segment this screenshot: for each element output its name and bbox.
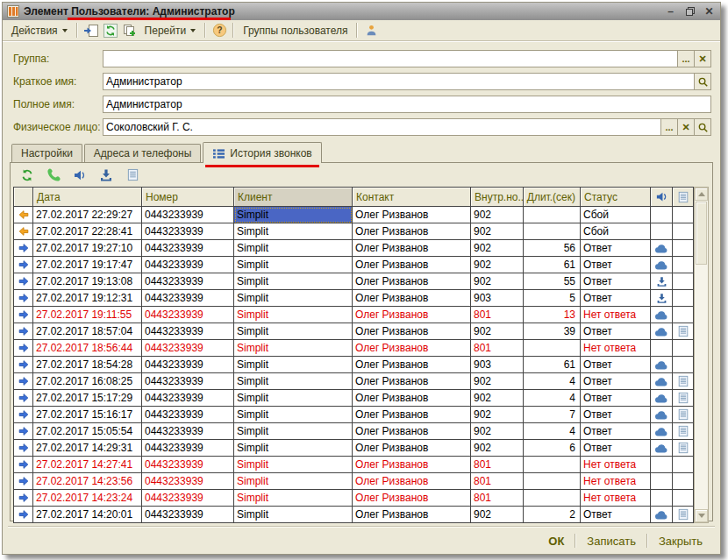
table-row[interactable]: 27.02.2017 19:12:310443233939SimplitОлег… [14, 290, 694, 307]
cell-internal-number[interactable]: 903 [471, 357, 524, 373]
user-button[interactable] [361, 22, 381, 39]
cell-contact[interactable]: Олег Ризванов [353, 457, 471, 473]
cell-duration[interactable]: 4 [524, 423, 581, 440]
table-row[interactable]: 27.02.2017 15:05:540443233939SimplitОлег… [14, 423, 694, 440]
cell-duration[interactable]: 61 [524, 257, 581, 273]
cell-client[interactable]: Simplit [234, 273, 353, 290]
cell-direction[interactable] [14, 390, 33, 407]
cell-log[interactable] [673, 357, 694, 373]
cell-client[interactable]: Simplit [234, 323, 353, 340]
cell-date[interactable]: 27.02.2017 22:28:41 [33, 223, 142, 240]
goto-button[interactable]: Перейти [139, 23, 202, 39]
scroll-up-button[interactable] [695, 188, 708, 201]
cell-contact[interactable]: Олег Ризванов [353, 323, 471, 340]
person-field[interactable] [103, 118, 661, 136]
cell-status[interactable]: Ответ [581, 407, 651, 423]
call-button[interactable] [45, 167, 62, 184]
cell-internal-number[interactable]: 801 [471, 340, 524, 357]
person-ellipsis-button[interactable]: ... [661, 118, 678, 136]
copy-add-button[interactable] [120, 22, 139, 39]
cell-audio[interactable] [651, 507, 673, 523]
cell-audio[interactable] [651, 257, 673, 273]
cell-audio[interactable] [651, 423, 673, 440]
table-row[interactable]: 27.02.2017 15:17:290443233939SimplitОлег… [14, 390, 694, 407]
cell-status[interactable]: Ответ [581, 357, 651, 373]
cell-audio[interactable] [651, 457, 673, 473]
cell-status[interactable]: Нет ответа [581, 307, 651, 323]
cell-direction[interactable] [14, 290, 33, 307]
tab-call-history[interactable]: История звонков [203, 142, 321, 163]
cell-contact[interactable]: Олег Ризванов [353, 307, 471, 323]
cell-log[interactable] [673, 223, 694, 240]
cell-duration[interactable] [524, 473, 581, 490]
scrollbar-thumb[interactable] [696, 202, 707, 265]
cell-number[interactable]: 0443233939 [142, 407, 234, 423]
cell-internal-number[interactable]: 902 [471, 240, 524, 257]
table-row[interactable]: 27.02.2017 19:17:470443233939SimplitОлег… [14, 257, 694, 273]
cell-date[interactable]: 27.02.2017 19:13:08 [33, 273, 142, 290]
cell-audio[interactable] [651, 273, 673, 290]
cell-internal-number[interactable]: 902 [471, 223, 524, 240]
cell-number[interactable]: 0443233939 [142, 307, 234, 323]
group-ellipsis-button[interactable]: ... [678, 50, 695, 67]
cell-status[interactable]: Ответ [581, 323, 651, 340]
table-row[interactable]: 27.02.2017 16:08:250443233939SimplitОлег… [14, 373, 694, 390]
cell-internal-number[interactable]: 902 [471, 390, 524, 407]
column-header-log[interactable] [673, 188, 694, 207]
cell-date[interactable]: 27.02.2017 14:29:31 [33, 440, 142, 457]
cell-status[interactable]: Сбой [581, 223, 651, 240]
cell-audio[interactable] [651, 373, 673, 390]
cell-audio[interactable] [651, 240, 673, 257]
cell-audio[interactable] [651, 440, 673, 457]
cell-log[interactable] [673, 373, 694, 390]
table-row[interactable]: 27.02.2017 22:29:270443233939SimplitОлег… [14, 207, 694, 223]
cell-direction[interactable] [14, 357, 33, 373]
cell-contact[interactable]: Олег Ризванов [353, 473, 471, 490]
cell-duration[interactable] [524, 457, 581, 473]
cell-internal-number[interactable]: 801 [471, 473, 524, 490]
ok-button[interactable]: ОК [538, 533, 575, 549]
cell-client[interactable]: Simplit [234, 423, 353, 440]
cell-number[interactable]: 0443233939 [142, 273, 234, 290]
cell-internal-number[interactable]: 902 [471, 407, 524, 423]
cell-duration[interactable]: 7 [524, 407, 581, 423]
cell-date[interactable]: 27.02.2017 18:57:04 [33, 323, 142, 340]
cell-direction[interactable] [14, 440, 33, 457]
cell-number[interactable]: 0443233939 [142, 390, 234, 407]
cell-direction[interactable] [14, 490, 33, 507]
cell-contact[interactable]: Олег Ризванов [353, 373, 471, 390]
cell-number[interactable]: 0443233939 [142, 507, 234, 523]
table-row[interactable]: 27.02.2017 22:28:410443233939SimplitОлег… [14, 223, 694, 240]
cell-log[interactable] [673, 473, 694, 490]
cell-status[interactable]: Ответ [581, 240, 651, 257]
column-header-internal[interactable]: Внутр.но... [471, 188, 524, 207]
person-magnify-button[interactable] [695, 118, 711, 136]
cell-client[interactable]: Simplit [234, 290, 353, 307]
open-log-button[interactable] [124, 167, 141, 184]
close-button-footer[interactable]: Закрыть [648, 533, 713, 549]
cell-number[interactable]: 0443233939 [142, 223, 234, 240]
cell-contact[interactable]: Олег Ризванов [353, 423, 471, 440]
cell-log[interactable] [673, 323, 694, 340]
cell-status[interactable]: Ответ [581, 423, 651, 440]
cell-client[interactable]: Simplit [234, 457, 353, 473]
cell-status[interactable]: Ответ [581, 390, 651, 407]
cell-log[interactable] [673, 340, 694, 357]
cell-status[interactable]: Нет ответа [581, 473, 651, 490]
cell-direction[interactable] [14, 307, 33, 323]
refresh-button[interactable] [101, 22, 120, 39]
cell-log[interactable] [673, 207, 694, 223]
cell-client[interactable]: Simplit [234, 223, 353, 240]
cell-number[interactable]: 0443233939 [142, 240, 234, 257]
cell-direction[interactable] [14, 507, 33, 523]
cell-client[interactable]: Simplit [234, 257, 353, 273]
table-row[interactable]: 27.02.2017 19:13:080443233939SimplitОлег… [14, 273, 694, 290]
table-row[interactable]: 27.02.2017 14:27:410443233939SimplitОлег… [14, 457, 694, 473]
cell-log[interactable] [673, 440, 694, 457]
cell-date[interactable]: 27.02.2017 18:56:44 [33, 340, 142, 357]
cell-date[interactable]: 27.02.2017 16:08:25 [33, 373, 142, 390]
table-row[interactable]: 27.02.2017 14:29:310443233939SimplitОлег… [14, 440, 694, 457]
download-record-button[interactable] [97, 167, 115, 184]
cell-audio[interactable] [651, 473, 673, 490]
cell-duration[interactable] [524, 223, 581, 240]
